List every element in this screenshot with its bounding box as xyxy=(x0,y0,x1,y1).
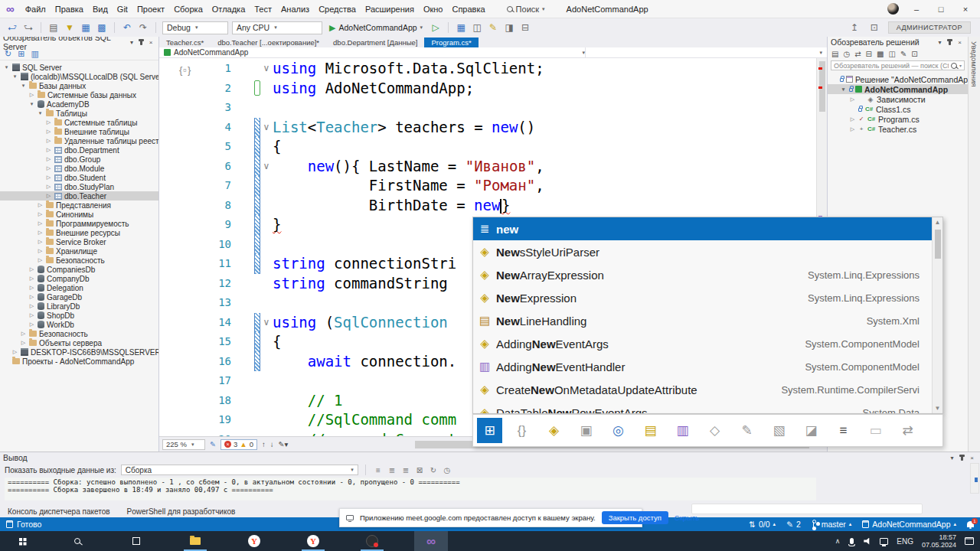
expander-icon[interactable]: ▷ xyxy=(28,294,35,300)
expander-icon[interactable]: ▾ xyxy=(11,73,18,80)
tree-row[interactable]: ▾ Таблицы xyxy=(0,109,158,118)
tree-row[interactable]: ▷ Хранилище xyxy=(0,246,158,256)
tab-developer-powershell[interactable]: PowerShell для разработчиков xyxy=(127,507,236,516)
code-line[interactable]: 4∨List<Teacher> teachers = new() xyxy=(159,118,816,138)
tree-row[interactable]: ▷ GarageDb xyxy=(0,292,158,302)
code-line[interactable]: 6∨ new(){ LastName = "Иванов", xyxy=(159,157,816,177)
start-debugging-button[interactable]: ▶ AdoNetCommandApp ▾ xyxy=(326,23,426,33)
output-toolbar-icon[interactable]: ≣ xyxy=(400,466,411,474)
tree-row[interactable]: ▷ C# Program.cs xyxy=(828,114,968,124)
navigate-forward-icon[interactable]: ⮑ xyxy=(22,22,34,33)
expander-icon[interactable]: ▾ xyxy=(37,110,44,116)
open-file-icon[interactable]: ▼ xyxy=(64,22,76,33)
menu-item[interactable]: Тест xyxy=(250,5,276,14)
completion-item[interactable]: ▤ NewLineHandling System.Xml xyxy=(473,309,932,332)
solution-search-box[interactable]: Обозреватель решений — поиск (Ctrl+ ▾ xyxy=(831,60,965,70)
document-tab[interactable]: dbo.Teacher [...оектирование]* xyxy=(211,37,326,47)
code-line[interactable]: 5{ xyxy=(159,137,816,157)
document-tab[interactable]: dbo.Department [Данные] xyxy=(326,37,424,47)
expander-icon[interactable]: ▷ xyxy=(28,266,35,272)
sql-toolbar-icon[interactable]: ▥ xyxy=(31,49,38,59)
next-issue-icon[interactable]: ↓ xyxy=(270,440,274,448)
document-tab[interactable]: Teacher.cs* xyxy=(159,37,211,47)
expander-icon[interactable]: ▷ xyxy=(45,193,52,199)
tree-row[interactable]: ▷ Delegation xyxy=(0,283,158,292)
menu-item[interactable]: Файл xyxy=(21,5,51,14)
expander-icon[interactable]: ▷ xyxy=(37,230,44,236)
tree-row[interactable]: ▷ CompaniesDb xyxy=(0,265,158,274)
completion-filter-icon[interactable]: ✎ xyxy=(734,418,760,443)
menu-item[interactable]: Git xyxy=(113,5,132,14)
menu-item[interactable]: Отладка xyxy=(207,5,250,14)
menu-item[interactable]: Средства xyxy=(314,5,361,14)
solution-toolbar-icon[interactable]: ⊟ xyxy=(866,50,872,58)
chevron-down-icon[interactable]: ▾ xyxy=(127,39,136,46)
expander-icon[interactable]: ▷ xyxy=(45,147,52,153)
pin-icon[interactable] xyxy=(949,40,951,45)
completion-item[interactable]: ▥ AddingNewEventHandler System.Component… xyxy=(473,355,932,378)
tree-row[interactable]: ▷ ◈ Зависимости xyxy=(828,94,968,104)
minimize-button[interactable]: – xyxy=(910,5,923,14)
completion-item[interactable]: ◈ CreateNewOnMetadataUpdateAttribute Sys… xyxy=(473,378,932,401)
tree-row[interactable]: ▷ DESKTOP-ISC66B9\MSSQLSERVER2022 (SC xyxy=(0,347,158,357)
output-log[interactable]: ========== Сборка: успешно выполнено - 1… xyxy=(5,478,816,500)
tree-row[interactable]: ▷ dbo.Department xyxy=(0,145,158,155)
tree-row[interactable]: ▷ dbo.Group xyxy=(0,155,158,164)
solution-toolbar-icon[interactable]: ✎ xyxy=(900,50,906,58)
expander-icon[interactable]: ▷ xyxy=(849,96,856,103)
tree-row[interactable]: ▷ Представления xyxy=(0,201,158,210)
expander-icon[interactable]: ▷ xyxy=(37,248,44,254)
output-toolbar-icon[interactable]: ⊠ xyxy=(414,466,425,474)
tree-row[interactable]: ▷ LibraryDb xyxy=(0,302,158,311)
solution-toolbar-icon[interactable]: ▩ xyxy=(877,50,884,58)
expander-icon[interactable]: ▷ xyxy=(45,174,52,181)
completion-filter-icon[interactable]: ◇ xyxy=(702,418,727,443)
solution-toolbar-icon[interactable]: ⇄ xyxy=(854,50,861,58)
expander-icon[interactable]: ▷ xyxy=(37,211,44,217)
completion-filter-icon[interactable]: ▣ xyxy=(573,418,599,443)
expander-icon[interactable]: ▷ xyxy=(45,184,52,190)
expander-icon[interactable]: ▷ xyxy=(11,349,18,355)
notifications-bell[interactable]: 1 xyxy=(967,521,974,527)
expander-icon[interactable]: ▾ xyxy=(840,86,847,93)
tree-row[interactable]: Проекты - AdoNetCommandApp xyxy=(0,357,158,366)
taskbar-app[interactable]: ∞ xyxy=(414,531,448,551)
taskbar-app[interactable] xyxy=(119,531,153,551)
expander-icon[interactable]: ▷ xyxy=(28,312,35,318)
menu-item[interactable]: Анализ xyxy=(276,5,314,14)
speaker-icon[interactable] xyxy=(864,538,871,545)
expander-icon[interactable]: ▷ xyxy=(37,239,44,245)
tree-row[interactable]: ▷ dbo.Module xyxy=(0,164,158,173)
scroll-down-icon[interactable]: ▼ xyxy=(933,405,942,412)
tree-row[interactable]: C# Class1.cs xyxy=(828,104,968,114)
code-line[interactable]: 8 BirthDate = new} xyxy=(159,196,816,216)
tree-row[interactable]: ▷ Безопасность xyxy=(0,329,158,338)
completion-filter-icon[interactable]: ◎ xyxy=(606,418,631,443)
scrollbar-thumb[interactable] xyxy=(935,230,941,259)
expander-icon[interactable]: ▷ xyxy=(28,276,35,282)
tree-row[interactable]: ▷ dbo.StudyPlan xyxy=(0,182,158,191)
completion-filter-icon[interactable]: ▥ xyxy=(670,418,695,443)
expander-icon[interactable]: ▷ xyxy=(37,202,44,208)
start-without-debugging-icon[interactable]: ▷ xyxy=(430,22,442,33)
save-icon[interactable]: ▦ xyxy=(80,22,92,33)
filter-issues-icon[interactable]: ✎▾ xyxy=(278,440,288,448)
menu-item[interactable]: Справка xyxy=(447,5,489,14)
completion-item[interactable]: ≣ new xyxy=(473,217,932,240)
output-toolbar-icon[interactable]: ◷ xyxy=(442,466,452,474)
close-icon[interactable]: × xyxy=(955,39,965,46)
tree-row[interactable]: ▾ Базы данных xyxy=(0,81,158,90)
code-line[interactable]: 2using AdoNetCommandApp; xyxy=(159,79,816,99)
expander-icon[interactable]: ▷ xyxy=(45,165,52,171)
menu-item[interactable]: Проект xyxy=(132,5,169,14)
expander-icon[interactable]: ▷ xyxy=(45,156,52,162)
expander-icon[interactable]: ▷ xyxy=(45,129,52,135)
tree-row[interactable]: ▷ Программируемость xyxy=(0,219,158,228)
expander-icon[interactable]: ▷ xyxy=(37,257,44,263)
scroll-up-icon[interactable]: ▲ xyxy=(933,219,942,226)
tree-row[interactable]: ▷ dbo.Teacher xyxy=(0,191,158,201)
output-source-dropdown[interactable]: Сборка ▾ xyxy=(121,465,358,475)
expander-icon[interactable]: ▷ xyxy=(849,116,856,122)
platform-dropdown[interactable]: Any CPU▾ xyxy=(232,21,322,34)
expander-icon[interactable]: ▷ xyxy=(20,331,27,337)
